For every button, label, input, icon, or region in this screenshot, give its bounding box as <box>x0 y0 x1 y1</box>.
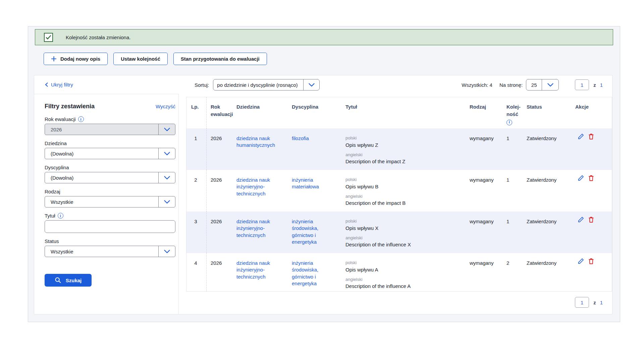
header-kolejnosc: Kolej-ność i <box>502 97 523 128</box>
row-rodzaj: wymagany <box>466 170 502 212</box>
dyscyplina-label: Dyscyplina <box>45 165 175 170</box>
search-button[interactable]: Szukaj <box>45 274 92 287</box>
add-description-button[interactable]: Dodaj nowy opis <box>44 53 108 65</box>
chevron-down-icon <box>158 148 175 159</box>
dziedzina-link[interactable]: dziedzina nauk inżynieryjno-technicznych <box>236 260 286 280</box>
row-status: Zatwierdzony <box>523 253 571 291</box>
rok-ewaluacji-select: 2026 <box>45 124 175 135</box>
page-of-label: z <box>593 82 596 88</box>
success-alert: Kolejność została zmieniona. <box>35 29 613 45</box>
panel-header: Ukryj filtry Sortuj: po dziedzinie i dys… <box>34 75 612 94</box>
info-icon[interactable]: i <box>78 116 84 122</box>
dziedzina-select[interactable]: (Dowolna) <box>45 148 175 159</box>
table-row: 4 2026 dziedzina nauk inżynieryjno-techn… <box>186 253 612 291</box>
edit-icon[interactable] <box>577 216 584 223</box>
table-row: 3 2026 dziedzina nauk inżynieryjno-techn… <box>186 212 612 253</box>
results-area: Lp. Rok ewaluacji Dziedzina Dyscyplina T… <box>179 94 612 314</box>
chevron-down-icon <box>303 79 319 90</box>
page-number-input[interactable]: 1 <box>575 79 589 90</box>
row-tytul: polski Opis wpływu B angielski Descripti… <box>341 170 466 212</box>
dziedzina-label: Dziedzina <box>45 140 175 146</box>
status-select[interactable]: Wszystkie <box>45 246 175 257</box>
dziedzina-link[interactable]: dziedzina nauk humanistycznych <box>236 135 286 149</box>
evaluation-readiness-button[interactable]: Stan przygotowania do ewaluacji <box>173 53 267 65</box>
row-actions <box>571 170 612 212</box>
plus-icon <box>51 56 57 62</box>
header-tytul: Tytuł <box>341 97 466 128</box>
set-order-label: Ustaw kolejność <box>121 56 160 62</box>
per-page-value: 25 <box>526 82 542 88</box>
dziedzina-link[interactable]: dziedzina nauk inżynieryjno-technicznych <box>236 177 286 197</box>
edit-icon[interactable] <box>577 175 584 182</box>
rodzaj-label: Rodzaj <box>45 189 175 194</box>
filters-sidebar: Filtry zestawienia Wyczyść Rok ewaluacji… <box>34 94 179 314</box>
set-order-button[interactable]: Ustaw kolejność <box>113 53 168 65</box>
dziedzina-link[interactable]: dziedzina nauk inżynieryjno-technicznych <box>236 218 286 239</box>
pagination-top: 1 z 1 <box>575 79 603 90</box>
search-button-label: Szukaj <box>66 278 82 283</box>
chevron-down-icon <box>158 172 175 183</box>
content-panel: Ukryj filtry Sortuj: po dziedzinie i dys… <box>34 75 612 314</box>
dyscyplina-link[interactable]: inżynieria materiałowa <box>292 177 340 190</box>
tytul-label: Tytuł i <box>45 213 175 219</box>
rodzaj-select[interactable]: Wszystkie <box>45 196 175 207</box>
header-dyscyplina: Dyscyplina <box>288 97 341 128</box>
clear-filters-link[interactable]: Wyczyść <box>156 104 175 109</box>
row-rok: 2026 <box>207 212 232 253</box>
row-kolejnosc: 1 <box>502 128 523 170</box>
row-rodzaj: wymagany <box>466 128 502 170</box>
sort-select-value: po dziedzinie i dyscyplinie (rosnąco) <box>213 82 303 88</box>
row-lp: 1 <box>186 128 207 170</box>
dyscyplina-link[interactable]: inżynieria środowiska, górnictwo i energ… <box>292 260 340 287</box>
delete-icon[interactable] <box>588 216 595 223</box>
page-number-input[interactable]: 1 <box>575 297 589 308</box>
status-label: Status <box>45 238 175 244</box>
dyscyplina-link[interactable]: filozofia <box>292 135 309 142</box>
row-actions <box>571 212 612 253</box>
edit-icon[interactable] <box>577 258 584 265</box>
row-status: Zatwierdzony <box>523 128 571 170</box>
row-tytul: polski Opis wpływu A angielski Descripti… <box>341 253 466 291</box>
sort-label: Sortuj: <box>195 82 209 88</box>
delete-icon[interactable] <box>588 133 595 140</box>
row-rodzaj: wymagany <box>466 253 502 291</box>
total-count: Wszystkich: 4 <box>462 82 492 88</box>
edit-icon[interactable] <box>577 133 584 140</box>
info-icon[interactable]: i <box>58 213 63 219</box>
table-row: 2 2026 dziedzina nauk inżynieryjno-techn… <box>186 170 612 212</box>
sort-select[interactable]: po dziedzinie i dyscyplinie (rosnąco) <box>213 79 320 90</box>
table-header-row: Lp. Rok ewaluacji Dziedzina Dyscyplina T… <box>186 97 612 128</box>
evaluation-readiness-label: Stan przygotowania do ewaluacji <box>181 56 260 62</box>
header-status: Status <box>523 97 571 128</box>
header-rodzaj: Rodzaj <box>466 97 502 128</box>
chevron-down-icon <box>158 124 175 135</box>
dyscyplina-link[interactable]: inżynieria środowiska, górnictwo i energ… <box>292 218 340 245</box>
row-tytul: polski Opis wpływu X angielski Descripti… <box>341 212 466 253</box>
row-rok: 2026 <box>207 128 232 170</box>
search-icon <box>55 277 61 284</box>
row-kolejnosc: 1 <box>502 170 523 212</box>
chevron-left-icon <box>45 82 48 87</box>
page-total: 1 <box>600 82 603 88</box>
check-icon <box>44 33 53 42</box>
per-page-select[interactable]: 25 <box>526 79 559 90</box>
status-value: Wszystkie <box>45 249 158 254</box>
row-lp: 2 <box>186 170 207 212</box>
header-akcje: Akcje <box>571 97 612 128</box>
tytul-input[interactable] <box>45 220 175 233</box>
row-status: Zatwierdzony <box>523 170 571 212</box>
header-rok: Rok ewaluacji <box>207 97 232 128</box>
pagination-bottom: 1 z 1 <box>575 297 603 308</box>
rodzaj-value: Wszystkie <box>45 199 158 205</box>
chevron-down-icon <box>542 79 558 90</box>
row-lp: 3 <box>186 212 207 253</box>
delete-icon[interactable] <box>588 258 595 265</box>
delete-icon[interactable] <box>588 175 595 182</box>
hide-filters-link[interactable]: Ukryj filtry <box>45 82 73 87</box>
info-icon[interactable]: i <box>506 120 512 125</box>
per-page-label: Na stronę: <box>499 82 523 88</box>
row-actions <box>571 128 612 170</box>
dyscyplina-select[interactable]: (Dowolna) <box>45 172 175 183</box>
alert-message: Kolejność została zmieniona. <box>66 35 130 40</box>
pagination-bottom-row: 1 z 1 <box>186 292 612 308</box>
